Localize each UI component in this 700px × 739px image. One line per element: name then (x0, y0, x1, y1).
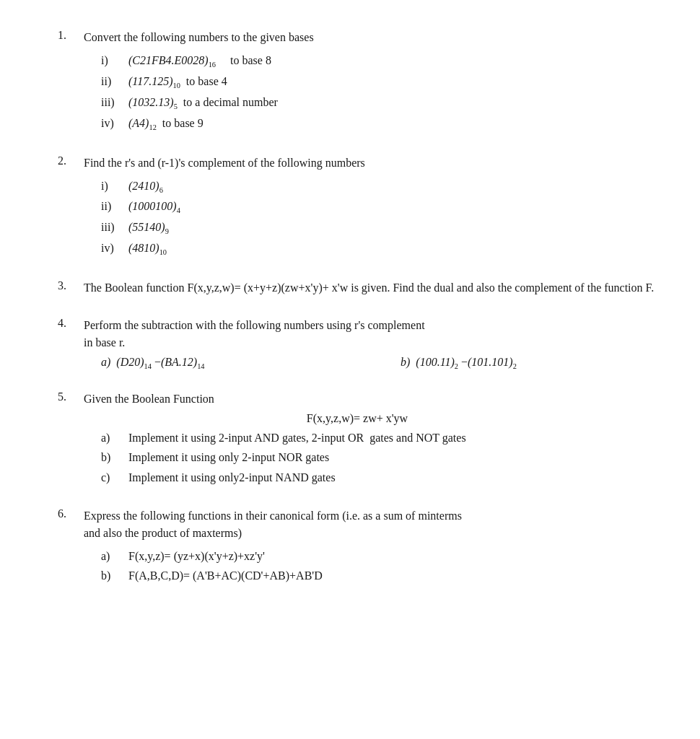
q6-text: Express the following functions in their… (84, 507, 462, 542)
q1-i-content: (C21FB4.E0028)16 to base 8 (128, 51, 271, 71)
q5-text: Given the Boolean Function (84, 390, 214, 408)
q1-number: 1. (58, 29, 78, 46)
q3-number: 3. (58, 279, 78, 297)
q2-iii-content: (55140)9 (128, 217, 169, 238)
q2-ii-content: (1000100)4 (128, 196, 180, 217)
q4-text: Perform the subtraction with the followi… (84, 317, 425, 351)
q3-main: 3. The Boolean function F(x,y,z,w)= (x+y… (58, 279, 657, 297)
q2-iv-label: iv) (101, 238, 123, 259)
q2-ii-label: ii) (101, 196, 123, 217)
q1-iv-content: (A4)12 to base 9 (128, 113, 204, 134)
question-4: 4. Perform the subtraction with the foll… (58, 317, 657, 370)
q1-subitems: i) (C21FB4.E0028)16 to base 8 ii) (117.1… (101, 51, 657, 134)
question-1: 1. Convert the following numbers to the … (58, 29, 657, 134)
q4-b-content: b) (100.11)2 −(101.101)2 (401, 356, 517, 368)
q4-cols: a) (D20)14 −(BA.12)14 b) (100.11)2 −(101… (101, 356, 657, 370)
question-6: 6. Express the following functions in th… (58, 507, 657, 585)
q2-sub-ii: ii) (1000100)4 (101, 196, 657, 217)
q5-c-content: Implement it using only2-input NAND gate… (128, 468, 336, 487)
q6-b-content: F(A,B,C,D)= (A'B+AC)(CD'+AB)+AB'D (128, 566, 323, 585)
q2-iii-label: iii) (101, 217, 123, 238)
q6-sub-a: a) F(x,y,z)= (yz+x)(x'y+z)+xz'y' (101, 546, 657, 566)
q4-main: 4. Perform the subtraction with the foll… (58, 317, 657, 351)
q5-subitems: a) Implement it using 2-input AND gates,… (101, 428, 657, 487)
q6-a-label: a) (101, 546, 123, 566)
q5-b-label: b) (101, 447, 123, 467)
q1-sub-ii: ii) (117.125)10 to base 4 (101, 71, 657, 92)
q1-text: Convert the following numbers to the giv… (84, 29, 314, 46)
question-3: 3. The Boolean function F(x,y,z,w)= (x+y… (58, 279, 657, 297)
q2-number: 2. (58, 154, 78, 172)
q5-a-content: Implement it using 2-input AND gates, 2-… (128, 428, 466, 447)
q2-iv-content: (4810)10 (128, 238, 167, 259)
q6-a-content: F(x,y,z)= (yz+x)(x'y+z)+xz'y' (128, 546, 265, 566)
q5-formula: F(x,y,z,w)= zw+ x'yw (58, 412, 657, 425)
q1-sub-i: i) (C21FB4.E0028)16 to base 8 (101, 51, 657, 71)
q5-sub-c: c) Implement it using only2-input NAND g… (101, 468, 657, 487)
q2-subitems: i) (2410)6 ii) (1000100)4 iii) (55140)9 … (101, 176, 657, 260)
q6-main: 6. Express the following functions in th… (58, 507, 657, 542)
q5-sub-b: b) Implement it using only 2-input NOR g… (101, 447, 657, 467)
q4-number: 4. (58, 317, 78, 351)
q2-text: Find the r's and (r-1)'s complement of t… (84, 154, 365, 172)
q4-a-content: a) (D20)14 −(BA.12)14 (101, 356, 205, 368)
q6-b-label: b) (101, 566, 123, 585)
q2-i-label: i) (101, 176, 123, 197)
q6-number: 6. (58, 507, 78, 542)
q5-sub-a: a) Implement it using 2-input AND gates,… (101, 428, 657, 447)
question-2: 2. Find the r's and (r-1)'s complement o… (58, 154, 657, 260)
q2-main: 2. Find the r's and (r-1)'s complement o… (58, 154, 657, 172)
q6-subitems: a) F(x,y,z)= (yz+x)(x'y+z)+xz'y' b) F(A,… (101, 546, 657, 585)
q3-text: The Boolean function F(x,y,z,w)= (x+y+z)… (84, 279, 654, 297)
q1-ii-label: ii) (101, 71, 123, 92)
q5-c-label: c) (101, 468, 123, 487)
q2-i-content: (2410)6 (128, 176, 163, 197)
q1-iii-content: (1032.13)5 to a decimal number (128, 92, 278, 113)
q2-sub-iv: iv) (4810)10 (101, 238, 657, 259)
q1-main: 1. Convert the following numbers to the … (58, 29, 657, 46)
q4-col-a: a) (D20)14 −(BA.12)14 (101, 356, 357, 370)
q1-ii-content: (117.125)10 to base 4 (128, 71, 227, 92)
q5-b-content: Implement it using only 2-input NOR gate… (128, 447, 329, 467)
q5-main: 5. Given the Boolean Function (58, 390, 657, 408)
q1-sub-iii: iii) (1032.13)5 to a decimal number (101, 92, 657, 113)
q5-number: 5. (58, 390, 78, 408)
q5-a-label: a) (101, 428, 123, 447)
q1-iv-label: iv) (101, 113, 123, 134)
q2-sub-iii: iii) (55140)9 (101, 217, 657, 238)
q1-sub-iv: iv) (A4)12 to base 9 (101, 113, 657, 134)
q2-sub-i: i) (2410)6 (101, 176, 657, 197)
q1-i-label: i) (101, 51, 123, 71)
q6-sub-b: b) F(A,B,C,D)= (A'B+AC)(CD'+AB)+AB'D (101, 566, 657, 585)
question-5: 5. Given the Boolean Function F(x,y,z,w)… (58, 390, 657, 487)
q1-iii-label: iii) (101, 92, 123, 113)
q4-col-b: b) (100.11)2 −(101.101)2 (401, 356, 657, 370)
